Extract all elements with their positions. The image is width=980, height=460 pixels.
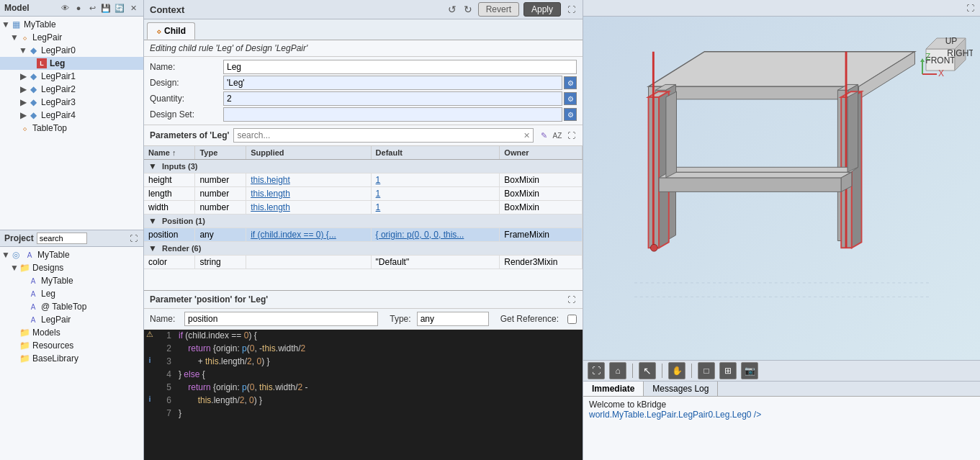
params-edit-icon[interactable]: ✎ — [538, 130, 549, 141]
tree-item-legpair0[interactable]: ▼ ◆ LegPair0 — [0, 44, 143, 57]
param-type-input[interactable] — [417, 312, 489, 326]
tree-item-legpair1[interactable]: ▶ ◆ LegPair1 — [0, 70, 143, 83]
design-input[interactable] — [223, 76, 562, 90]
model-close-icon[interactable]: ✕ — [127, 2, 139, 14]
proj-toggle-designs[interactable]: ▼ — [10, 263, 19, 273]
params-sort-icon[interactable]: AZ — [552, 130, 563, 141]
redo-icon[interactable]: ↻ — [462, 4, 474, 15]
tree-toggle-legpair1[interactable]: ▶ — [19, 71, 27, 81]
vp-btn-camera[interactable]: 📷 — [741, 362, 758, 379]
tree-toggle-legpair0[interactable]: ▼ — [19, 45, 27, 55]
section-inputs-toggle[interactable]: ▼ — [148, 161, 157, 171]
row-length-supplied-link[interactable]: this.length — [251, 189, 290, 199]
vp-btn-select[interactable]: ↖ — [639, 362, 656, 379]
revert-button[interactable]: Revert — [478, 2, 519, 17]
row-length-default-link[interactable]: 1 — [376, 189, 381, 199]
proj-item-designs[interactable]: ▼ 📁 Designs — [0, 261, 143, 274]
tree-toggle-legpair[interactable]: ▼ — [10, 32, 19, 42]
viewport-expand-icon[interactable]: ⛶ — [964, 2, 976, 14]
design-set-label: Design Set: — [150, 107, 222, 122]
tabletop-icon: ⬦ — [19, 122, 30, 134]
params-search-clear-icon[interactable]: ✕ — [523, 131, 530, 140]
tree-toggle-legpair4[interactable]: ▶ — [19, 110, 27, 120]
project-search-input[interactable] — [37, 233, 87, 244]
quantity-input[interactable] — [223, 91, 562, 106]
name-input[interactable] — [223, 60, 577, 74]
proj-item-d-leg[interactable]: A Leg — [0, 287, 143, 300]
row-width-supplied-link[interactable]: this.length — [251, 202, 290, 212]
context-expand-icon[interactable]: ⛶ — [565, 4, 577, 15]
params-expand-icon[interactable]: ⛶ — [565, 130, 577, 141]
proj-item-models[interactable]: 📁 Models — [0, 326, 143, 339]
tree-toggle-legpair2[interactable]: ▶ — [19, 84, 27, 94]
row-pos-supplied-link[interactable]: if (child.index == 0) {... — [251, 230, 336, 240]
table-row[interactable]: height number this.height 1 BoxMixin — [144, 173, 583, 187]
tree-item-tabletop[interactable]: ⬦ TableTop — [0, 122, 143, 135]
code-line-5: 5 return {origin: p(0, this.width/2 - — [144, 382, 583, 394]
proj-item-resources[interactable]: 📁 Resources — [0, 339, 143, 352]
design-set-input[interactable] — [223, 107, 562, 122]
child-rule-info: Editing child rule 'Leg' of Design 'LegP… — [144, 40, 583, 57]
section-inputs[interactable]: ▼ Inputs (3) — [144, 160, 583, 173]
tree-label-mytable: MyTable — [24, 19, 56, 30]
vp-btn-pan[interactable]: ✋ — [668, 362, 685, 379]
row-height-default-link[interactable]: 1 — [376, 175, 381, 185]
quantity-btn[interactable]: ⚙ — [564, 92, 577, 105]
tree-item-leg[interactable]: L Leg — [0, 57, 143, 70]
vp-btn-fullscreen[interactable]: ⛶ — [588, 362, 605, 379]
vp-btn-home[interactable]: ⌂ — [609, 362, 626, 379]
model-eye-icon[interactable]: 👁 — [59, 2, 71, 14]
proj-item-d-mytable[interactable]: A MyTable — [0, 274, 143, 287]
section-position[interactable]: ▼ Position (1) — [144, 215, 583, 228]
section-render[interactable]: ▼ Render (6) — [144, 242, 583, 256]
model-dot-icon[interactable]: ● — [73, 2, 84, 14]
tab-child[interactable]: ⬦ Child — [147, 22, 195, 40]
model-save-icon[interactable]: 💾 — [100, 2, 112, 14]
row-width-default-link[interactable]: 1 — [376, 202, 381, 212]
proj-item-baselibrary[interactable]: 📁 BaseLibrary — [0, 352, 143, 365]
vp-btn-grid[interactable]: ⊞ — [719, 362, 737, 379]
proj-item-d-legpair[interactable]: A LegPair — [0, 313, 143, 326]
project-expand-icon[interactable]: ⛶ — [127, 233, 139, 244]
model-undo-icon[interactable]: ↩ — [86, 2, 98, 14]
proj-item-mytable[interactable]: ▼ ◎ A MyTable — [0, 248, 143, 261]
vp-btn-frame[interactable]: □ — [698, 362, 715, 379]
table-row[interactable]: width number this.length 1 BoxMixin — [144, 201, 583, 215]
proj-item-d-tabletop[interactable]: A @ TableTop — [0, 300, 143, 313]
proj-models-icon: 📁 — [19, 327, 30, 338]
apply-button[interactable]: Apply — [523, 2, 561, 17]
viewport-canvas[interactable]: FRONT RIGHT UP Z X — [583, 17, 980, 360]
table-row-position[interactable]: position any if (child.index == 0) {... … — [144, 228, 583, 242]
design-btn[interactable]: ⚙ — [564, 76, 577, 89]
line-5-code: return {origin: p(0, this.width/2 - — [177, 382, 583, 394]
param-name-label-text: Name: — [150, 314, 179, 324]
tree-item-legpair[interactable]: ▼ ⬦ LegPair — [0, 31, 143, 44]
tree-item-legpair3[interactable]: ▶ ◆ LegPair3 — [0, 96, 143, 109]
tree-toggle-legpair3[interactable]: ▶ — [19, 97, 27, 107]
row-height-supplied-link[interactable]: this.height — [251, 175, 290, 185]
section-position-toggle[interactable]: ▼ — [148, 216, 157, 226]
params-search-input[interactable] — [237, 130, 523, 140]
param-detail-expand-icon[interactable]: ⛶ — [565, 294, 577, 305]
nav-cube[interactable]: FRONT RIGHT UP Z X — [915, 24, 973, 84]
table-row[interactable]: length number this.length 1 BoxMixin — [144, 187, 583, 201]
line-2-warning — [144, 343, 156, 356]
tree-item-legpair2[interactable]: ▶ ◆ LegPair2 — [0, 83, 143, 96]
tree-item-legpair4[interactable]: ▶ ◆ LegPair4 — [0, 109, 143, 122]
model-panel-title: Model — [4, 3, 30, 13]
tree-item-mytable[interactable]: ▼ ▦ MyTable — [0, 18, 143, 31]
model-refresh-icon[interactable]: 🔄 — [114, 2, 125, 14]
section-render-toggle[interactable]: ▼ — [148, 243, 157, 253]
row-pos-default-link[interactable]: { origin: p(0, 0, 0, this... — [376, 230, 464, 240]
tree-toggle-mytable[interactable]: ▼ — [1, 19, 10, 30]
param-name-input[interactable] — [184, 312, 378, 326]
undo-icon[interactable]: ↺ — [446, 4, 458, 15]
code-editor[interactable]: ⚠ 1 if (child.index == 0) { 2 return {or… — [144, 330, 583, 460]
get-ref-checkbox[interactable] — [567, 315, 577, 324]
row-height-type: number — [195, 173, 246, 187]
design-set-btn[interactable]: ⚙ — [564, 108, 577, 121]
tab-immediate[interactable]: Immediate — [583, 382, 644, 396]
proj-toggle-mytable[interactable]: ▼ — [1, 250, 10, 260]
tab-messages-log[interactable]: Messages Log — [644, 382, 718, 396]
table-row-color[interactable]: color string "Default" Render3Mixin — [144, 256, 583, 269]
